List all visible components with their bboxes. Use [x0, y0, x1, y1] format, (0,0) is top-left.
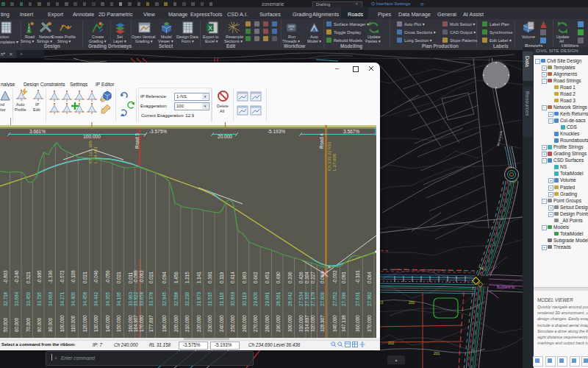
svg-text:33.450: 33.450	[26, 291, 31, 306]
svg-text:Ch 333.227(61: Ch 333.227(61	[327, 141, 331, 171]
svg-text:-0.002: -0.002	[332, 270, 337, 283]
svg-text:130.000: 130.000	[93, 315, 98, 332]
svg-text:-0.108: -0.108	[71, 270, 76, 283]
svg-text:Data: Data	[525, 56, 530, 67]
svg-text:34.069: 34.069	[48, 291, 53, 306]
svg-text:280.000: 280.000	[265, 315, 270, 332]
svg-text:-0.062: -0.062	[139, 270, 144, 283]
svg-text:27.631: 27.631	[355, 291, 360, 306]
svg-text:L 34.461: L 34.461	[93, 146, 98, 163]
svg-text:201: 201	[434, 351, 440, 355]
svg-text:320.000: 320.000	[310, 315, 315, 332]
svg-text:0.119: 0.119	[219, 272, 224, 283]
svg-text:Road 4: Road 4	[319, 133, 324, 149]
svg-text:30.119: 30.119	[242, 292, 247, 306]
svg-text:210.000: 210.000	[184, 315, 190, 332]
svg-text:70.000: 70.000	[26, 317, 31, 332]
svg-text:0.662: 0.662	[253, 272, 258, 283]
svg-text:290.000: 290.000	[276, 315, 281, 332]
svg-text:31.118: 31.118	[219, 292, 224, 306]
svg-text:150.000: 150.000	[116, 315, 121, 332]
svg-text:0.084: 0.084	[320, 272, 325, 283]
svg-text:33.963: 33.963	[128, 291, 133, 306]
svg-text:33.658: 33.658	[139, 291, 144, 306]
svg-text:0.903: 0.903	[242, 272, 247, 283]
svg-text:1.141: 1.141	[196, 272, 201, 283]
svg-text:33.822: 33.822	[133, 291, 138, 306]
svg-text:34.271: 34.271	[60, 291, 65, 306]
svg-text:34.458: 34.458	[82, 291, 87, 306]
svg-text:-0.246: -0.246	[14, 270, 19, 283]
svg-text:340.000: 340.000	[332, 315, 337, 332]
svg-text:270.000: 270.000	[253, 315, 258, 332]
svg-text:0.451: 0.451	[265, 272, 270, 283]
svg-text:-0.572: -0.572	[60, 270, 65, 283]
svg-text:164.907: 164.907	[133, 315, 138, 332]
svg-text:33.684: 33.684	[14, 291, 19, 306]
svg-text:110.000: 110.000	[71, 315, 76, 332]
svg-text:177.897: 177.897	[148, 315, 154, 332]
svg-text:32.230: 32.230	[184, 291, 190, 306]
svg-text:27.335: 27.335	[304, 291, 309, 306]
svg-text:300.000: 300.000	[287, 315, 293, 332]
svg-text:170.000: 170.000	[139, 315, 144, 332]
svg-text:-0.995: -0.995	[37, 270, 42, 283]
svg-text:90.000: 90.000	[48, 317, 53, 332]
svg-text:250.000: 250.000	[230, 315, 235, 332]
svg-text:74: 74	[479, 266, 484, 271]
svg-text:-1.336: -1.336	[48, 270, 53, 283]
svg-text:Road 3: Road 3	[135, 133, 140, 149]
svg-text:-0.161: -0.161	[355, 270, 360, 283]
svg-text:X: X	[208, 24, 212, 32]
svg-text:0.321: 0.321	[26, 272, 31, 283]
svg-text:370.000: 370.000	[367, 315, 372, 332]
svg-text:60.000: 60.000	[14, 317, 19, 332]
svg-text:34.195: 34.195	[116, 291, 121, 306]
svg-text:34.442: 34.442	[93, 291, 98, 306]
svg-text:33.795: 33.795	[37, 291, 42, 306]
svg-text:32.718: 32.718	[3, 291, 8, 306]
svg-text:34.355: 34.355	[105, 291, 110, 306]
svg-text:27.534: 27.534	[298, 291, 304, 306]
svg-text:3.567%: 3.567%	[343, 129, 359, 134]
svg-text:-0.056: -0.056	[105, 270, 110, 283]
svg-text:202: 202	[388, 341, 395, 345]
svg-text:29.081: 29.081	[265, 291, 270, 306]
svg-text:34.400: 34.400	[71, 291, 76, 306]
svg-text:-0.088: -0.088	[133, 270, 138, 283]
svg-text:190.000: 190.000	[162, 315, 167, 332]
svg-text:0.414: 0.414	[230, 272, 235, 283]
svg-text:Ch 122.305: Ch 122.305	[88, 140, 93, 163]
svg-text:32.945: 32.945	[162, 291, 167, 306]
svg-text:Buckland St: Buckland St	[497, 286, 515, 289]
svg-text:0.094: 0.094	[162, 272, 167, 283]
svg-text:-0.046: -0.046	[93, 270, 98, 283]
svg-text:0.021: 0.021	[116, 272, 121, 283]
svg-text:360.000: 360.000	[355, 315, 360, 332]
svg-text:0.021: 0.021	[148, 272, 154, 283]
svg-text:27.178: 27.178	[310, 291, 315, 306]
svg-text:160.000: 160.000	[128, 315, 133, 332]
svg-text:-3.575%: -3.575%	[149, 129, 167, 134]
svg-text:347.138: 347.138	[341, 315, 346, 332]
svg-text:L 27.008: L 27.008	[332, 153, 337, 171]
svg-text:-0.803: -0.803	[3, 270, 8, 283]
svg-text:140.000: 140.000	[105, 315, 110, 332]
svg-text:0.011: 0.011	[128, 272, 133, 283]
svg-text:0.490: 0.490	[276, 272, 281, 283]
svg-text:31.873: 31.873	[196, 291, 201, 306]
svg-text:200: 200	[409, 300, 415, 305]
svg-text:0.391: 0.391	[207, 272, 212, 283]
svg-text:240.000: 240.000	[219, 315, 224, 332]
svg-text:32.588: 32.588	[173, 291, 179, 306]
svg-text:30.839: 30.839	[230, 291, 235, 306]
svg-text:28.042: 28.042	[287, 291, 293, 306]
svg-text:27.396: 27.396	[341, 291, 346, 306]
svg-text:50.000: 50.000	[3, 317, 8, 332]
svg-text:0.426: 0.426	[298, 272, 304, 283]
svg-text:0.064: 0.064	[367, 272, 372, 283]
svg-text:0.227: 0.227	[310, 272, 315, 283]
svg-text:328.907: 328.907	[320, 315, 325, 332]
svg-text:260.000: 260.000	[242, 315, 247, 332]
svg-text:0.304: 0.304	[304, 272, 309, 283]
